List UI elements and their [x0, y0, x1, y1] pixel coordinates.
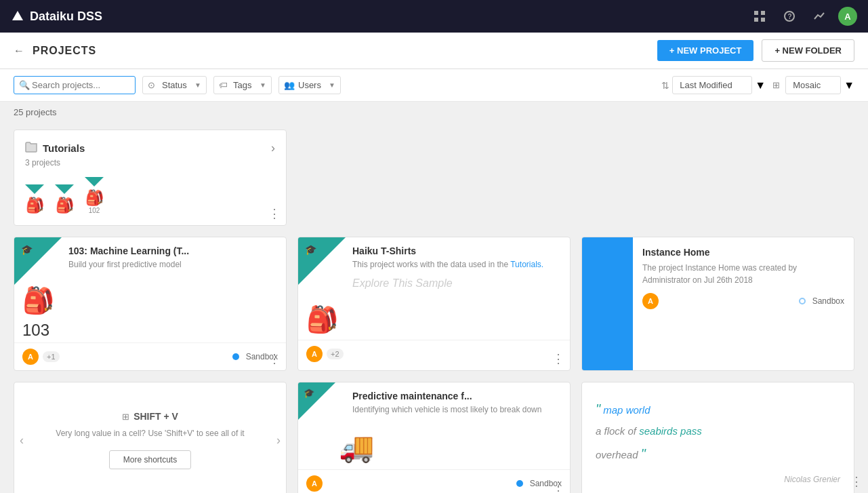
search-input[interactable] — [14, 76, 136, 94]
tutorials-folder-card[interactable]: Tutorials › 3 projects 🎒 🎒 🎒 102 — [14, 130, 287, 226]
thumb-icon-3: 🎒 — [85, 189, 104, 207]
svg-rect-4 — [761, 18, 765, 22]
users-filter[interactable]: Users — [278, 76, 341, 94]
haiku-line2-b: seabirds pass — [639, 425, 702, 437]
maint-desc: Identifying which vehicle is most likely… — [352, 404, 562, 416]
app-logo[interactable]: Dataiku DSS — [11, 9, 102, 24]
ml103-triangle-icon: 🎓 — [21, 244, 33, 255]
folder-thumbs: 🎒 🎒 🎒 102 — [25, 177, 275, 214]
ml103-avatar: A — [22, 349, 39, 365]
tags-filter-wrap: 🏷 Tags ▼ — [213, 76, 272, 94]
haiku-line1: map world — [603, 404, 650, 416]
thumb-3: 🎒 102 — [85, 177, 104, 214]
sort-wrap: ⇅ Last Modified ▼ — [661, 76, 766, 94]
instance-status: Sandbox — [812, 296, 844, 306]
haiku-explore: Explore This Sample — [352, 277, 562, 290]
shortcut-title: SHIFT + V — [133, 411, 178, 422]
status-filter-wrap: ⊙ Status ▼ — [142, 76, 207, 94]
shortcut-table-icon: ⊞ — [122, 412, 129, 422]
haiku-triangle-icon: 🎓 — [305, 244, 316, 255]
svg-rect-1 — [754, 11, 758, 15]
user-avatar[interactable]: A — [838, 7, 857, 26]
instance-body: Instance Home The project Instance Home … — [633, 237, 854, 370]
more-shortcuts-button[interactable]: More shortcuts — [109, 450, 191, 469]
sort-select[interactable]: Last Modified — [672, 76, 752, 94]
folder-title: Tutorials — [43, 142, 85, 154]
haiku-icon-area: 🎒 — [298, 304, 570, 340]
haiku-title: Haiku T-Shirts — [352, 245, 562, 256]
filter-bar: 🔍 ⊙ Status ▼ 🏷 Tags ▼ 👥 Users ▼ ⇅ Last M… — [0, 69, 868, 102]
thumb-icon-2: 🎒 — [56, 197, 74, 214]
ml103-card[interactable]: 🎓 103: Machine Learning (T... Build your… — [14, 237, 287, 371]
page-title: PROJECTS — [33, 45, 649, 57]
haiku-card[interactable]: 🎓 Haiku T-Shirts This project works with… — [297, 237, 571, 371]
shortcut-prev-button[interactable]: ‹ — [20, 433, 24, 448]
instance-sidebar — [582, 237, 633, 370]
trending-icon — [814, 11, 825, 22]
view-icon: ⊞ — [772, 80, 780, 90]
maint-triangle-icon: 🎓 — [304, 388, 314, 398]
instance-title: Instance Home — [642, 247, 844, 258]
instance-card[interactable]: Instance Home The project Instance Home … — [581, 237, 854, 371]
ml103-extra: +1 — [43, 351, 60, 362]
folder-count: 3 projects — [25, 158, 275, 167]
haiku-desc-link[interactable]: Tutorials. — [510, 260, 543, 269]
projects-grid: Tutorials › 3 projects 🎒 🎒 🎒 102 — [14, 130, 854, 493]
sort-caret: ▼ — [755, 79, 766, 92]
haiku-extra: +2 — [327, 349, 344, 359]
teal-flag-1 — [25, 184, 44, 194]
instance-avatar: A — [642, 293, 659, 309]
tags-filter[interactable]: Tags — [213, 76, 272, 94]
folder-more-button[interactable]: ⋮ — [268, 208, 281, 220]
haiku-avatar: A — [306, 346, 323, 362]
back-button[interactable]: ← — [14, 45, 24, 57]
shortcut-title-wrap: ⊞ SHIFT + V — [122, 411, 178, 422]
search-icon: 🔍 — [19, 80, 30, 90]
shortcut-card: ‹ ⊞ SHIFT + V Very long value in a cell?… — [14, 382, 287, 493]
users-filter-wrap: 👥 Users ▼ — [278, 76, 341, 94]
view-caret: ▼ — [844, 79, 854, 92]
haiku-desc-pre: This project works with the data used in… — [352, 260, 510, 269]
page-header: ← PROJECTS + NEW PROJECT + NEW FOLDER — [0, 33, 868, 69]
haiku-more-button[interactable]: ⋮ — [552, 353, 564, 365]
maint-icon-area: 🚚 — [298, 431, 570, 469]
folder-header: Tutorials › — [25, 141, 275, 155]
shortcut-next-button[interactable]: › — [276, 433, 281, 448]
maint-more-button[interactable]: ⋮ — [552, 480, 564, 492]
project-count: 25 projects — [0, 102, 868, 123]
ml103-status-dot — [232, 353, 239, 360]
instance-desc: The project Instance Home was created by… — [642, 262, 844, 286]
help-icon: ? — [784, 11, 795, 22]
haiku-line2-a: a flock of — [596, 425, 639, 437]
new-project-button[interactable]: + NEW PROJECT — [657, 40, 754, 61]
empty-row1 — [297, 130, 854, 226]
new-folder-button[interactable]: + NEW FOLDER — [762, 39, 854, 62]
help-icon-btn[interactable]: ? — [779, 5, 800, 27]
folder-icon — [25, 142, 37, 155]
instance-status-dot — [799, 298, 806, 304]
haiku-footer: A +2 — [298, 340, 570, 368]
thumb-2: 🎒 — [55, 184, 74, 214]
svg-marker-0 — [12, 11, 23, 20]
maint-footer: A Sandbox — [298, 469, 570, 493]
ml103-more-button[interactable]: ⋮ — [268, 353, 281, 365]
close-quote: " — [641, 446, 646, 461]
status-filter[interactable]: Status — [142, 76, 207, 94]
thumb-1: 🎒 — [25, 184, 44, 214]
grid-icon — [754, 11, 765, 22]
trending-icon-btn[interactable] — [808, 5, 830, 27]
haiku-poem-card: " map world a flock of seabirds pass ove… — [581, 382, 854, 493]
logo-icon — [11, 9, 24, 23]
svg-rect-3 — [754, 18, 758, 22]
maint-body: Predictive maintenance f... Identifying … — [298, 382, 570, 431]
maintenance-card[interactable]: 🎓 Predictive maintenance f... Identifyin… — [297, 382, 571, 493]
search-wrap: 🔍 — [14, 76, 136, 94]
navbar: Dataiku DSS ? A — [0, 0, 868, 33]
grid-icon-btn[interactable] — [749, 5, 770, 27]
ml103-bag-icon: 🎒 — [22, 285, 278, 315]
view-wrap: ⊞ Mosaic ▼ — [772, 76, 854, 94]
svg-rect-2 — [761, 11, 765, 15]
view-select[interactable]: Mosaic — [785, 76, 841, 94]
open-quote: " — [596, 401, 600, 416]
shortcut-desc: Very long value in a cell? Use 'Shift+V'… — [35, 427, 264, 439]
